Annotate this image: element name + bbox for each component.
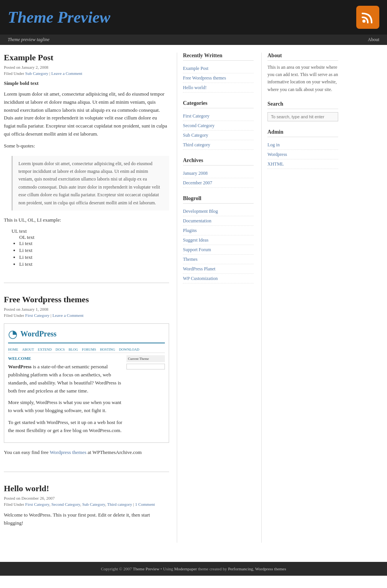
ul-example: UL text OL text Li text Li text Li text … — [12, 228, 169, 267]
sidebar-recently-written: Recently Written Example Post Free Wordp… — [183, 53, 254, 93]
list-item: Suggest Ideas — [183, 235, 254, 245]
rss-icon[interactable] — [356, 6, 379, 29]
site-header: Theme Preview — [0, 0, 387, 35]
recently-written-list: Example Post Free Wordpress themes Hello… — [183, 64, 254, 93]
footer-theme-link[interactable]: Modernpaper — [174, 566, 197, 571]
about-link[interactable]: About — [368, 37, 379, 43]
filed-sub-category[interactable]: Sub Category — [25, 71, 48, 76]
list-item: Example Post — [183, 64, 254, 73]
wp-sidebar-mini: Current Theme — [126, 355, 165, 439]
rw-free-wp[interactable]: Free Wordpress themes — [183, 75, 226, 81]
post-body: Lorem ipsum dolor sit amet, consectetur … — [4, 90, 169, 267]
sidebar-search: Search — [267, 101, 338, 121]
archive-dec-2007[interactable]: December 2007 — [183, 180, 212, 186]
post-free-wp: Free Wordpress themes Posted on January … — [4, 295, 169, 457]
list-item: Li text — [19, 261, 169, 267]
post-paragraph: Welcome to WordPress. This is your first… — [4, 511, 169, 527]
filed-third-category[interactable]: Third category — [107, 502, 132, 507]
blogroll-support[interactable]: Support Forum — [183, 247, 211, 252]
cat-first[interactable]: First Category — [183, 113, 209, 119]
post-title: Free Wordpress themes — [4, 295, 169, 305]
admin-list: Log in Wordpress XHTML — [267, 140, 338, 169]
rw-hello-world[interactable]: Hello world! — [183, 85, 207, 90]
sidebar-heading-archives: Archives — [183, 157, 254, 166]
admin-wordpress[interactable]: Wordpress — [267, 152, 287, 157]
cat-second[interactable]: Second Category — [183, 123, 214, 128]
tagline: Theme preview tagline — [8, 37, 50, 43]
about-text: This is an area on your website where yo… — [267, 64, 338, 93]
blogroll-themes[interactable]: Themes — [183, 257, 198, 262]
list-item: Wordpress — [267, 150, 338, 159]
admin-login[interactable]: Log in — [267, 142, 280, 147]
search-input[interactable] — [267, 112, 338, 121]
list-item: Second Category — [183, 121, 254, 131]
blogroll-docs[interactable]: Documentation — [183, 218, 211, 224]
blogroll-plugins[interactable]: Plugins — [183, 228, 197, 233]
blogroll-dev[interactable]: Development Blog — [183, 209, 218, 214]
post-example: Example Post Posted on January 2, 2008 F… — [4, 53, 169, 267]
ul-text: UL text — [12, 228, 169, 234]
nav-download[interactable]: DOWNLOAD — [119, 348, 140, 351]
wp-search-mini[interactable] — [126, 364, 165, 369]
footer-text: Copyright © 2007 Theme Preview • Using M… — [101, 566, 286, 571]
filed-leave-comment[interactable]: Leave a Comment — [53, 313, 84, 318]
filed-comment[interactable]: 1 Comment — [135, 502, 155, 507]
wp-logo-text: WordPress — [20, 330, 56, 338]
cat-third[interactable]: Third category — [183, 142, 210, 147]
post-bold-text: Simple bold text — [4, 80, 169, 86]
post-body: Welcome to WordPress. This is your first… — [4, 511, 169, 527]
blogroll-suggest[interactable]: Suggest Ideas — [183, 237, 208, 243]
post-divider — [4, 283, 169, 283]
footer-site-link[interactable]: Theme Preview — [133, 566, 159, 571]
rw-example-post[interactable]: Example Post — [183, 66, 208, 71]
filed-leave-comment[interactable]: Leave a Comment — [51, 71, 83, 76]
wp-logo-icon: ◔ — [8, 328, 17, 340]
sidebar-heading-about: About — [267, 53, 338, 61]
wp-description-3: To get started with WordPress, set it up… — [8, 419, 123, 435]
admin-xhtml[interactable]: XHTML — [267, 161, 284, 167]
filed-sub-category[interactable]: Sub Category — [82, 502, 105, 507]
list-item: Development Blog — [183, 207, 254, 216]
filed-first-category[interactable]: First Category — [25, 502, 50, 507]
post-hello-world: Hello world! Posted on December 26, 2007… — [4, 484, 169, 527]
sidebar-heading-search: Search — [267, 101, 338, 109]
sidebar-right: About This is an area on your website wh… — [261, 53, 338, 543]
nav-forums[interactable]: FORUMS — [82, 348, 96, 351]
nav-blog[interactable]: BLOG — [69, 348, 78, 351]
list-item: XHTML — [267, 159, 338, 169]
bquotes-label: Some b-quotes: — [4, 142, 169, 150]
list-item: Third category — [183, 140, 254, 150]
blogroll-wp-planet[interactable]: WordPress Planet — [183, 266, 216, 272]
footer-creator-link[interactable]: Performancing — [228, 566, 253, 571]
list-item: Li text — [19, 254, 169, 260]
cat-sub[interactable]: Sub Category — [183, 133, 208, 138]
navbar: Theme preview tagline About — [0, 35, 387, 45]
list-item: Li text — [19, 247, 169, 253]
post-title: Example Post — [4, 53, 169, 63]
wp-themes-link[interactable]: Wordpress themes — [50, 449, 86, 455]
filed-first-category[interactable]: First Category — [25, 313, 50, 318]
list-item: Li text — [19, 240, 169, 247]
nav-about[interactable]: ABOUT — [22, 348, 34, 351]
blogroll-wp-custom[interactable]: WP Customization — [183, 276, 218, 281]
nav-home[interactable]: HOME — [8, 348, 18, 351]
archive-jan-2008[interactable]: January 2008 — [183, 171, 208, 176]
sidebar-heading-recently-written: Recently Written — [183, 53, 254, 61]
nav-docs[interactable]: DOCS — [56, 348, 65, 351]
svg-point-0 — [362, 20, 365, 23]
post-meta: Posted on January 2, 2008 — [4, 65, 169, 70]
li-list: Li text Li text Li text Li text — [19, 240, 169, 267]
list-item: Plugins — [183, 226, 254, 235]
sidebar-archives: Archives January 2008 December 2007 — [183, 157, 254, 188]
list-item: WP Customization — [183, 274, 254, 283]
post-title: Hello world! — [4, 484, 169, 494]
footer-wp-themes-link[interactable]: Wordpress themes — [255, 566, 286, 571]
nav-extend[interactable]: EXTEND — [38, 348, 52, 351]
list-item: Free Wordpress themes — [183, 73, 254, 83]
sidebar-left: Recently Written Example Post Free Wordp… — [177, 53, 254, 543]
nav-hosting[interactable]: HOSTING — [100, 348, 115, 351]
list-item: Themes — [183, 255, 254, 264]
list-item: Log in — [267, 140, 338, 150]
filed-second-category[interactable]: Second Category — [51, 502, 80, 507]
list-item: December 2007 — [183, 178, 254, 188]
